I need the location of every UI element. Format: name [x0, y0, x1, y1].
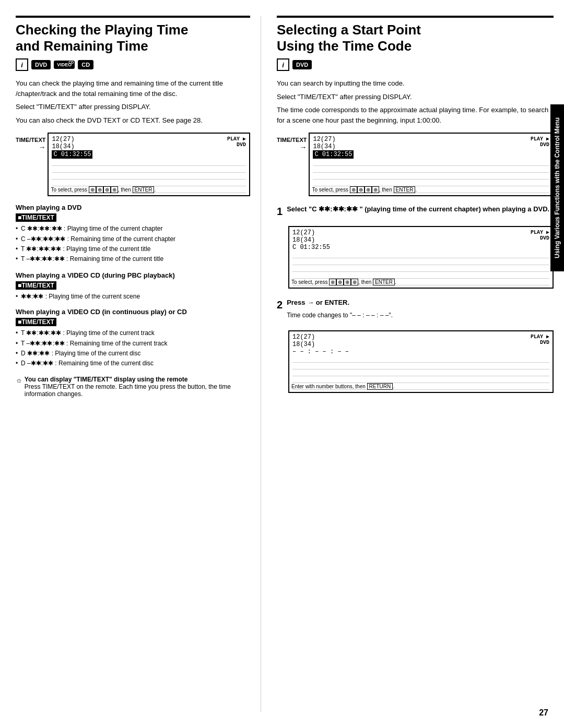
right-column: Selecting a Start Point Using the Time C…	[261, 16, 554, 712]
when-dvd-heading: When playing a DVD	[16, 204, 250, 211]
list-item: D ✱✱:✱✱ : Playing time of the current di…	[16, 349, 250, 359]
when-vcd2-heading: When playing a VIDEO CD (in continuous p…	[16, 308, 250, 316]
right-display-container: TIME/TEXT → 12(27) 18(34) C 01:32:55 PLA…	[277, 133, 554, 196]
step2-container: 2 Press → or ENTER. Time code changes to…	[277, 298, 554, 393]
when-vcd-bullets: ✱✱:✱✱ : Playing time of the current scen…	[16, 292, 250, 302]
step1-title: Select "C ✱✱:✱✱:✱✱ " (playing time of th…	[287, 205, 549, 214]
left-column: Checking the Playing Time and Remaining …	[16, 16, 261, 712]
step1-number: 1	[277, 205, 283, 218]
list-item: T –✱✱:✱✱:✱✱ : Remaining time of the curr…	[16, 339, 250, 349]
right-display-label: TIME/TEXT →	[277, 133, 307, 196]
when-dvd-bullets: C ✱✱:✱✱:✱✱ : Playing time of the current…	[16, 224, 250, 264]
list-item: C –✱✱:✱✱:✱✱ : Remaining time of the curr…	[16, 234, 250, 244]
step2-title: Press → or ENTER.	[287, 298, 393, 307]
right-divider	[277, 16, 554, 18]
when-vcd-heading: When playing a VIDEO CD (during PBC play…	[16, 271, 250, 279]
step2-subtitle: Time code changes to "– – : – – : – –".	[287, 312, 393, 319]
right-display-footer: To select, press ⊕⊕⊕⊕, then ENTER.	[312, 186, 417, 193]
left-display-label: TIME/TEXT →	[16, 133, 45, 196]
when-vcd-subhead: ■TIME/TEXT	[16, 281, 56, 290]
cd-icon: CD	[78, 60, 93, 69]
right-dvd-icon: DVD	[292, 60, 312, 69]
step1-container: 1 Select "C ✱✱:✱✱:✱✱ " (playing time of …	[277, 205, 554, 288]
step2-screen: 12(27) 18(34) – – : – – : – – PLAY ▶ DVD	[288, 330, 554, 393]
left-divider	[16, 16, 250, 18]
right-title: Selecting a Start Point Using the Time C…	[277, 22, 554, 54]
list-item: T ✱✱:✱✱:✱✱ : Playing time of the current…	[16, 328, 250, 338]
list-item: D –✱✱:✱✱ : Remaining time of the current…	[16, 359, 250, 368]
vcd-icon: VIDEOCD	[54, 61, 75, 69]
note-box: ☼ You can display "TIME/TEXT" display us…	[16, 376, 250, 398]
list-item: ✱✱:✱✱ : Playing time of the current scen…	[16, 292, 250, 302]
right-highlight: C 01:32:55	[313, 150, 354, 159]
dvd-icon: DVD	[31, 60, 51, 69]
left-display-footer: To select, press ⊕⊕⊕⊕, then ENTER.	[51, 186, 156, 193]
left-title: Checking the Playing Time and Remaining …	[16, 22, 250, 54]
list-item: C ✱✱:✱✱:✱✱ : Playing time of the current…	[16, 224, 250, 234]
left-icons-row: i DVD VIDEOCD CD	[16, 58, 250, 71]
left-highlight: C 01:32:55	[52, 150, 92, 159]
list-item: T –✱✱:✱✱:✱✱ : Remaining time of the curr…	[16, 254, 250, 264]
right-body-2: Select "TIME/TEXT" after pressing DISPLA…	[277, 92, 554, 102]
step1-display: 12(27) 18(34) C 01:32:55 PLAY ▶ DVD	[288, 226, 554, 289]
when-vcd2-subhead: ■TIME/TEXT	[16, 318, 56, 326]
when-vcd2-bullets: T ✱✱:✱✱:✱✱ : Playing time of the current…	[16, 328, 250, 368]
when-dvd-subhead: ■TIME/TEXT	[16, 213, 56, 222]
step1-screen: 12(27) 18(34) C 01:32:55 PLAY ▶ DVD	[288, 226, 554, 289]
right-body-3: The time code corresponds to the approxi…	[277, 105, 554, 125]
side-tab: Using Various Functions with the Control…	[550, 104, 564, 271]
right-icons-row: i DVD	[277, 58, 554, 71]
right-body-1: You can search by inputting the time cod…	[277, 78, 554, 89]
left-display-screen: 12(27) 18(34) C 01:32:55 PLAY ▶ DVD	[48, 133, 250, 196]
step2-display: 12(27) 18(34) – – : – – : – – PLAY ▶ DVD	[288, 330, 554, 393]
step2-number: 2	[277, 298, 283, 312]
step2-display-footer: Enter with number buttons, then RETURN.	[291, 383, 394, 390]
note-icon: ☼	[16, 376, 22, 384]
left-display-container: TIME/TEXT → 12(27) 18(34) C 01:32:55 PLA…	[16, 133, 250, 196]
list-item: T ✱✱:✱✱:✱✱ : Playing time of the current…	[16, 244, 250, 254]
right-display-screen: 12(27) 18(34) C 01:32:55 PLAY ▶ DVD	[309, 133, 554, 196]
left-body-2: Select "TIME/TEXT" after pressing DISPLA…	[16, 102, 250, 112]
step1-display-footer: To select, press ⊕⊕⊕⊕, then ENTER.	[291, 279, 396, 285]
right-info-icon: i	[277, 58, 289, 71]
main-content: Checking the Playing Time and Remaining …	[16, 16, 554, 712]
info-icon: i	[16, 58, 28, 71]
page-container: Checking the Playing Time and Remaining …	[0, 0, 564, 728]
left-body-1: You can check the playing time and remai…	[16, 78, 250, 99]
page-number: 27	[539, 708, 548, 718]
left-body-3: You can also check the DVD TEXT or CD TE…	[16, 115, 250, 126]
